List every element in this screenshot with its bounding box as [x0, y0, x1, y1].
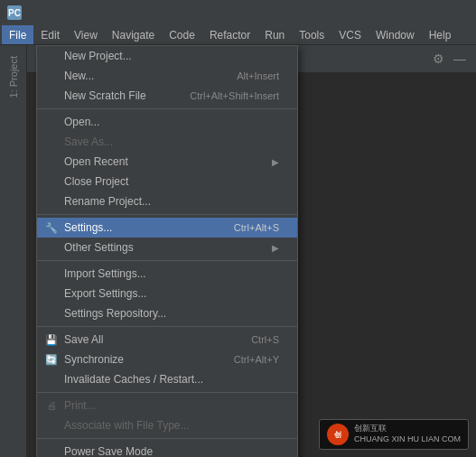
settings-icon: 🔧: [44, 220, 59, 235]
separator-3: [37, 260, 297, 261]
menu-rename-project[interactable]: Rename Project...: [37, 191, 297, 211]
menu-file[interactable]: File: [2, 25, 33, 44]
open-recent-arrow: ▶: [272, 157, 279, 167]
title-bar: PC: [0, 0, 476, 25]
separator-6: [37, 438, 297, 439]
menu-power-save-mode[interactable]: Power Save Mode: [37, 442, 297, 457]
sync-icon: 🔄: [44, 352, 59, 367]
menu-edit[interactable]: Edit: [33, 25, 67, 44]
menu-settings[interactable]: 🔧 Settings... Ctrl+Alt+S: [37, 218, 297, 238]
menu-save-as: Save As...: [37, 132, 297, 152]
menu-invalidate-caches[interactable]: Invalidate Caches / Restart...: [37, 369, 297, 389]
menu-new-project[interactable]: New Project...: [37, 46, 297, 66]
separator-5: [37, 392, 297, 393]
sidebar: 1: Project: [0, 45, 27, 457]
menu-export-settings[interactable]: Export Settings...: [37, 284, 297, 303]
separator-1: [37, 108, 297, 109]
save-all-shortcut: Ctrl+S: [251, 334, 279, 345]
menu-print: 🖨 Print...: [37, 396, 297, 415]
settings-shortcut: Ctrl+Alt+S: [234, 222, 279, 233]
minimize-button[interactable]: —: [451, 50, 469, 68]
menu-synchronize[interactable]: 🔄 Synchronize Ctrl+Alt+Y: [37, 350, 297, 369]
menu-run[interactable]: Run: [257, 25, 292, 44]
separator-4: [37, 326, 297, 327]
menu-code[interactable]: Code: [162, 25, 202, 44]
other-settings-arrow: ▶: [272, 243, 279, 253]
menu-bar: File Edit View Navigate Code Refactor Ru…: [0, 25, 476, 45]
menu-window[interactable]: Window: [369, 25, 422, 44]
menu-vcs[interactable]: VCS: [331, 25, 369, 44]
watermark-text: 创新互联 CHUANG XIN HU LIAN COM: [354, 424, 461, 444]
gear-button[interactable]: ⚙: [429, 50, 447, 68]
menu-open-recent[interactable]: Open Recent ▶: [37, 152, 297, 172]
menu-new[interactable]: New... Alt+Insert: [37, 66, 297, 86]
menu-settings-repository[interactable]: Settings Repository...: [37, 303, 297, 323]
menu-view[interactable]: View: [67, 25, 105, 44]
file-dropdown-menu: New Project... New... Alt+Insert New Scr…: [36, 45, 298, 457]
menu-tools[interactable]: Tools: [292, 25, 331, 44]
new-scratch-shortcut: Ctrl+Alt+Shift+Insert: [190, 90, 279, 101]
separator-2: [37, 214, 297, 215]
menu-close-project[interactable]: Close Project: [37, 172, 297, 191]
app-logo: PC: [7, 5, 22, 20]
sidebar-project-tab[interactable]: 1: Project: [5, 49, 23, 105]
menu-open[interactable]: Open...: [37, 112, 297, 132]
watermark: 创 创新互联 CHUANG XIN HU LIAN COM: [319, 419, 469, 450]
menu-refactor[interactable]: Refactor: [202, 25, 257, 44]
menu-navigate[interactable]: Navigate: [105, 25, 162, 44]
menu-import-settings[interactable]: Import Settings...: [37, 264, 297, 284]
menu-associate-file-type: Associate with File Type...: [37, 415, 297, 435]
menu-help[interactable]: Help: [422, 25, 459, 44]
new-shortcut: Alt+Insert: [237, 70, 279, 81]
watermark-logo: 创: [327, 424, 349, 445]
sync-shortcut: Ctrl+Alt+Y: [234, 354, 279, 365]
print-icon: 🖨: [44, 398, 59, 413]
menu-new-scratch-file[interactable]: New Scratch File Ctrl+Alt+Shift+Insert: [37, 86, 297, 106]
save-icon: 💾: [44, 332, 59, 347]
menu-other-settings[interactable]: Other Settings ▶: [37, 238, 297, 257]
menu-save-all[interactable]: 💾 Save All Ctrl+S: [37, 330, 297, 350]
